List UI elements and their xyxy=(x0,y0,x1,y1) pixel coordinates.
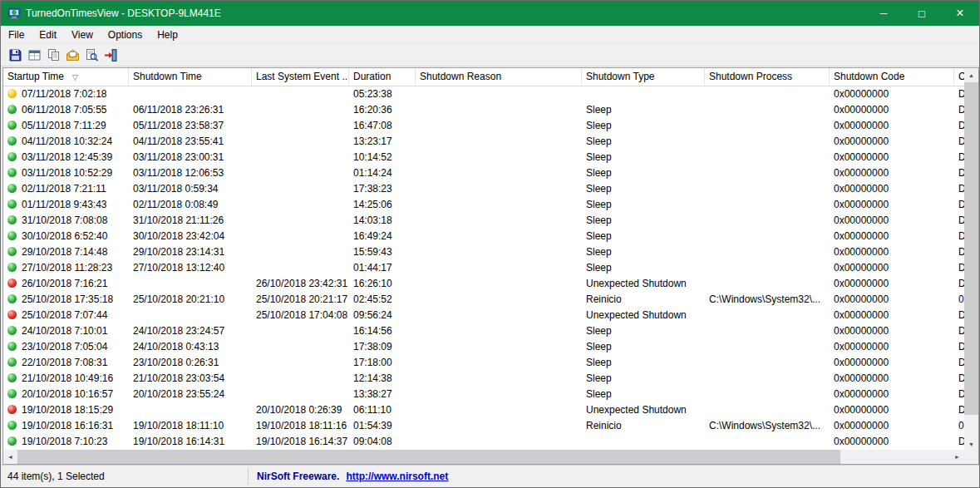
save-icon xyxy=(8,48,22,62)
app-icon xyxy=(7,7,21,20)
copy-icon xyxy=(47,48,61,62)
column-header[interactable]: Shutdown Code xyxy=(830,68,954,86)
column-header[interactable]: Shutdown Time xyxy=(129,68,252,86)
horizontal-scroll-thumb[interactable] xyxy=(17,450,840,464)
export-button[interactable] xyxy=(25,47,44,65)
green-status-icon xyxy=(7,168,17,177)
horizontal-scrollbar[interactable]: ◄ ► xyxy=(3,450,964,464)
table-row[interactable]: 19/10/2018 7:10:2319/10/2018 16:14:3119/… xyxy=(3,434,964,450)
menu-help[interactable]: Help xyxy=(150,26,185,44)
column-header[interactable]: Shutdown Type xyxy=(582,68,705,86)
nirsoft-link[interactable]: http://www.nirsoft.net xyxy=(346,471,448,482)
table-row[interactable]: 26/10/2018 7:16:2126/10/2018 23:42:3116:… xyxy=(3,276,964,292)
green-status-icon xyxy=(7,105,17,114)
list-header: Startup Time▽Shutdown TimeLast System Ev… xyxy=(3,68,964,86)
column-header[interactable]: Duration xyxy=(349,68,416,86)
scroll-left-icon[interactable]: ◄ xyxy=(3,450,17,464)
scroll-right-icon[interactable]: ► xyxy=(950,450,964,464)
app-window: TurnedOnTimesView - DESKTOP-9LM441E ─ □ … xyxy=(0,0,980,488)
red-status-icon xyxy=(7,405,17,414)
yellow-status-icon xyxy=(7,89,17,98)
green-status-icon xyxy=(7,231,17,240)
red-status-icon xyxy=(7,310,17,319)
table-row[interactable]: 19/10/2018 16:16:3119/10/2018 18:11:1019… xyxy=(3,418,964,434)
column-header[interactable]: Startup Time▽ xyxy=(3,68,129,86)
copy-button[interactable] xyxy=(44,47,63,65)
save-button[interactable] xyxy=(6,47,25,65)
maximize-icon: □ xyxy=(918,7,925,20)
green-status-icon xyxy=(7,436,17,446)
status-bar: 44 item(s), 1 Selected NirSoft Freeware.… xyxy=(1,465,979,487)
scroll-up-icon[interactable]: ▲ xyxy=(964,68,978,82)
table-row[interactable]: 25/10/2018 7:07:4425/10/2018 17:04:0809:… xyxy=(3,308,964,323)
green-status-icon xyxy=(7,121,17,130)
green-status-icon xyxy=(7,200,17,209)
freeware-text: NirSoft Freeware. xyxy=(257,471,339,482)
close-icon: × xyxy=(956,6,963,21)
column-header[interactable]: Last System Event ... xyxy=(252,68,349,86)
close-button[interactable]: × xyxy=(941,1,979,26)
properties-icon xyxy=(66,48,80,62)
green-status-icon xyxy=(7,342,17,351)
menu-view[interactable]: View xyxy=(64,26,101,44)
table-row[interactable]: 23/10/2018 7:05:0424/10/2018 0:43:1317:3… xyxy=(3,339,964,355)
green-status-icon xyxy=(7,184,17,193)
green-status-icon xyxy=(7,389,17,398)
table-row[interactable]: 25/10/2018 17:35:1825/10/2018 20:21:1025… xyxy=(3,292,964,308)
exit-button[interactable] xyxy=(101,47,121,65)
export-icon xyxy=(27,48,42,62)
status-item-count: 44 item(s), 1 Selected xyxy=(7,466,105,487)
table-row[interactable]: 29/10/2018 7:14:4829/10/2018 23:14:3115:… xyxy=(3,244,964,260)
column-header[interactable]: C... xyxy=(954,68,964,86)
column-header[interactable]: Shutdown Process xyxy=(705,68,830,86)
status-divider xyxy=(248,468,249,485)
table-row[interactable]: 19/10/2018 18:15:2920/10/2018 0:26:3906:… xyxy=(3,402,964,418)
exit-icon xyxy=(104,48,118,62)
column-header[interactable]: Shutdown Reason xyxy=(416,68,582,86)
maximize-button[interactable]: □ xyxy=(903,1,941,26)
events-list: Startup Time▽Shutdown TimeLast System Ev… xyxy=(2,67,979,465)
table-row[interactable]: 30/10/2018 6:52:4030/10/2018 23:42:0416:… xyxy=(3,229,964,244)
green-status-icon xyxy=(7,326,17,335)
green-status-icon xyxy=(7,215,17,224)
vertical-scrollbar[interactable]: ▲ ▼ xyxy=(964,68,978,451)
status-freeware-label: NirSoft Freeware.http://www.nirsoft.net xyxy=(257,466,448,487)
properties-button[interactable] xyxy=(63,47,82,65)
menu-file[interactable]: File xyxy=(1,26,32,44)
table-row[interactable]: 06/11/2018 7:05:5506/11/2018 23:26:3116:… xyxy=(3,102,964,118)
green-status-icon xyxy=(7,421,17,430)
vertical-scroll-thumb[interactable] xyxy=(964,82,978,415)
green-status-icon xyxy=(7,136,17,145)
title-bar: TurnedOnTimesView - DESKTOP-9LM441E ─ □ … xyxy=(1,1,979,26)
green-status-icon xyxy=(7,247,17,256)
table-row[interactable]: 27/10/2018 11:28:2327/10/2018 13:12:4001… xyxy=(3,260,964,276)
find-icon xyxy=(85,48,99,62)
table-row[interactable]: 24/10/2018 7:10:0124/10/2018 23:24:5716:… xyxy=(3,323,964,339)
green-status-icon xyxy=(7,294,17,303)
menu-bar: File Edit View Options Help xyxy=(1,26,979,44)
table-row[interactable]: 31/10/2018 7:08:0831/10/2018 21:11:2614:… xyxy=(3,213,964,229)
sort-indicator-icon: ▽ xyxy=(72,73,78,81)
menu-edit[interactable]: Edit xyxy=(32,26,64,44)
window-title: TurnedOnTimesView - DESKTOP-9LM441E xyxy=(26,7,221,19)
green-status-icon xyxy=(7,152,17,161)
table-row[interactable]: 03/11/2018 12:45:3903/11/2018 23:00:3110… xyxy=(3,150,964,165)
table-row[interactable]: 03/11/2018 10:52:2903/11/2018 12:06:5301… xyxy=(3,165,964,181)
table-row[interactable]: 22/10/2018 7:08:3123/10/2018 0:26:3117:1… xyxy=(3,355,964,371)
minimize-button[interactable]: ─ xyxy=(864,1,903,26)
scrollbar-corner xyxy=(964,450,978,464)
find-button[interactable] xyxy=(82,47,101,65)
table-row[interactable]: 20/10/2018 10:16:5720/10/2018 23:55:2413… xyxy=(3,387,964,402)
menu-options[interactable]: Options xyxy=(101,26,150,44)
minimize-icon: ─ xyxy=(880,7,888,19)
table-row[interactable]: 07/11/2018 7:02:1805:23:380x00000000D xyxy=(3,86,964,102)
table-row[interactable]: 21/10/2018 10:49:1621/10/2018 23:03:5412… xyxy=(3,371,964,387)
toolbar xyxy=(1,45,979,67)
table-row[interactable]: 01/11/2018 9:43:4302/11/2018 0:08:4914:2… xyxy=(3,197,964,213)
table-row[interactable]: 05/11/2018 7:11:2905/11/2018 23:58:3716:… xyxy=(3,118,964,134)
table-row[interactable]: 04/11/2018 10:32:2404/11/2018 23:55:4113… xyxy=(3,134,964,150)
green-status-icon xyxy=(7,373,17,382)
table-row[interactable]: 02/11/2018 7:21:1103/11/2018 0:59:3417:3… xyxy=(3,181,964,197)
red-status-icon xyxy=(7,279,17,288)
green-status-icon xyxy=(7,357,17,367)
